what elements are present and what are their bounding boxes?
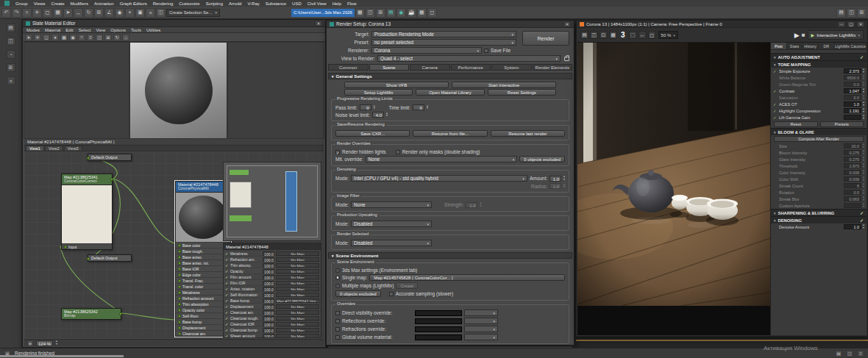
vfb-toolbar-icon[interactable]: ⊡ (600, 31, 608, 39)
section-sharpening-blurring[interactable]: SHARPENING & BLURRING (771, 209, 867, 216)
stepper-icon[interactable] (863, 108, 864, 113)
rollout-general-settings[interactable]: General Settings (328, 73, 572, 79)
tone-mapping-row[interactable]: White Balance 6500.0 (771, 74, 867, 81)
row-value-field[interactable]: 0.063 (844, 196, 861, 201)
stepper-icon[interactable] (863, 150, 864, 155)
view-tab[interactable]: View2 (45, 146, 63, 151)
side-toolbar-icon[interactable]: ◫ (7, 37, 15, 46)
render-selected-mode-dropdown[interactable]: Disabled (351, 240, 432, 246)
bloom-glare-row[interactable]: Streak Blur 0.063 (771, 196, 867, 202)
menu-item[interactable]: Views (34, 1, 46, 6)
vfb-toolbar-icon[interactable]: ▦ (609, 31, 617, 39)
toolbar-icon[interactable]: ⊞ (94, 8, 104, 18)
section-bloom-glare[interactable]: BLOOM & GLARE (771, 128, 867, 135)
param-enabled-checkbox[interactable]: ✓ (225, 263, 229, 268)
side-toolbar-icon[interactable]: ◔ (7, 50, 15, 59)
param-enabled-checkbox[interactable]: ✓ (225, 334, 229, 338)
material-preview-pane[interactable] (129, 42, 227, 139)
material-socket[interactable]: Displacement (176, 324, 230, 330)
pass-limit-input[interactable]: 0 (360, 104, 371, 110)
slate-menu-item[interactable]: Options (110, 28, 126, 32)
side-toolbar-icon[interactable]: ▤ (7, 24, 15, 32)
stepper-icon[interactable] (863, 143, 864, 148)
param-map-button[interactable]: No Map (276, 257, 319, 262)
filter-mode-dropdown[interactable]: None (351, 201, 432, 208)
save-resume-button[interactable]: Resume last render (491, 130, 565, 137)
toolbar-icon[interactable]: ◻ (427, 8, 437, 18)
menu-item[interactable]: Help (332, 1, 341, 6)
menu-item[interactable]: Group (15, 1, 28, 6)
node-graph[interactable]: Default Output Map #2138625341CoronaColo… (24, 151, 324, 338)
parameter-row[interactable]: ✓ Film IOR 100.0 No Map (224, 279, 321, 285)
vfb-panel-tab[interactable]: Stats (787, 43, 803, 49)
material-socket[interactable]: Base bump (176, 318, 230, 324)
view-tab[interactable]: View1 (26, 146, 44, 151)
override-map-slot[interactable] (415, 310, 462, 316)
param-enabled-checkbox[interactable]: ✓ (225, 310, 229, 315)
node-bitmap[interactable]: Map #2138625342Bitmap (61, 308, 121, 320)
param-value-field[interactable]: 100.0 (263, 251, 274, 256)
section-auto-adjustment[interactable]: AUTO ADJUSTMENT (771, 53, 867, 60)
override-mode-dropdown[interactable] (464, 318, 498, 324)
stepper-icon[interactable] (863, 196, 864, 201)
general-settings-button[interactable]: Setup LightMix (344, 89, 413, 96)
row-value-field[interactable]: 0.275 (844, 157, 861, 162)
row-value-field[interactable]: 0.0 (844, 95, 861, 100)
row-enabled-checkbox[interactable]: ✓ (773, 69, 778, 74)
slate-toolbar-icon[interactable]: ◉ (69, 34, 77, 41)
slate-menu-item[interactable]: Select (79, 28, 91, 32)
stepper-icon[interactable] (863, 170, 864, 175)
stepper-icon[interactable] (863, 224, 864, 229)
render-setup-tab[interactable]: Render Elements (533, 64, 573, 71)
row-value-field[interactable]: 0.0 (844, 190, 861, 195)
slate-toolbar-icon[interactable]: ⌗ (78, 34, 85, 41)
param-value-field[interactable]: 100.0 (263, 275, 274, 279)
material-socket[interactable]: Transl. color (176, 283, 230, 289)
override-checkbox[interactable] (335, 311, 340, 315)
menu-item[interactable]: USD (292, 1, 302, 6)
param-map-button[interactable]: Map #2138625342 (tint_grey_pl..) (276, 298, 319, 303)
zoom-dropdown[interactable]: 50 % (658, 31, 678, 39)
row-enabled-checkbox[interactable]: ✓ (773, 89, 778, 93)
env-exclude-button[interactable]: 0 objects excluded (335, 290, 381, 297)
param-value-field[interactable]: 100.0 (263, 316, 274, 321)
bloom-glare-row[interactable]: Rotation 0.0 (771, 189, 867, 196)
row-value-field[interactable]: 1.973 (844, 163, 861, 168)
row-value-field[interactable] (844, 203, 861, 208)
toolbar-icon[interactable]: ↔ (74, 8, 83, 18)
toolbar-icon[interactable]: ✛ (32, 8, 42, 18)
save-resume-button[interactable]: Resume from file... (413, 130, 487, 137)
toolbar-icon[interactable]: ↷ (12, 8, 21, 18)
accurate-sampling-checkbox[interactable] (389, 292, 394, 296)
pan-icon[interactable]: ✛ (27, 340, 33, 346)
stepper-icon[interactable] (863, 176, 864, 182)
filter-strength-input[interactable]: 1.0 (466, 202, 477, 208)
stepper-icon[interactable] (374, 105, 375, 110)
slate-menu-item[interactable]: View (96, 28, 105, 32)
bloom-compute-button[interactable]: Compute After Render (774, 136, 864, 142)
close-icon[interactable] (563, 21, 571, 27)
corona-vfb-window[interactable]: Corona 13 | 1484x1100px (1:1) | Camera: … (576, 20, 868, 337)
toolbar-icon[interactable]: ◫ (156, 8, 166, 18)
material-socket[interactable]: Refraction amount (176, 295, 230, 301)
material-socket[interactable]: Thin absorption (176, 301, 230, 307)
param-map-button[interactable]: No Map (276, 322, 319, 326)
parameter-row[interactable]: ✓ Metalness 100.0 No Map (224, 250, 321, 256)
override-map-slot[interactable] (415, 326, 462, 332)
toolbar-icon[interactable]: ⊞ (857, 8, 867, 18)
vfb-toolbar-icon[interactable]: ▤ (580, 31, 588, 39)
app-logo-icon[interactable] (4, 1, 10, 6)
tone-mapping-row[interactable]: ✓ Simple Exposure 2.373 (771, 68, 867, 74)
toolbar-icon[interactable]: ⌖ (125, 8, 135, 18)
time-limit-input[interactable]: 0 (413, 104, 424, 110)
menu-item[interactable]: V-Ray (247, 1, 259, 6)
row-value-field[interactable]: 1.0 (844, 224, 861, 229)
vfb-titlebar[interactable]: Corona 13 | 1484x1100px (1:1) | Camera: … (577, 21, 867, 28)
general-settings-button[interactable]: Start Interactive (452, 82, 556, 88)
render-setup-tab[interactable]: Scene (369, 64, 410, 71)
param-enabled-checkbox[interactable]: ✓ (225, 316, 229, 321)
toolbar-icon[interactable]: ▤ (836, 8, 846, 18)
render-image[interactable] (577, 43, 770, 306)
parameter-row[interactable]: ✓ Aniso. rotation 100.0 No Map (224, 285, 321, 291)
vfb-panel-tab[interactable]: Post (771, 43, 787, 49)
